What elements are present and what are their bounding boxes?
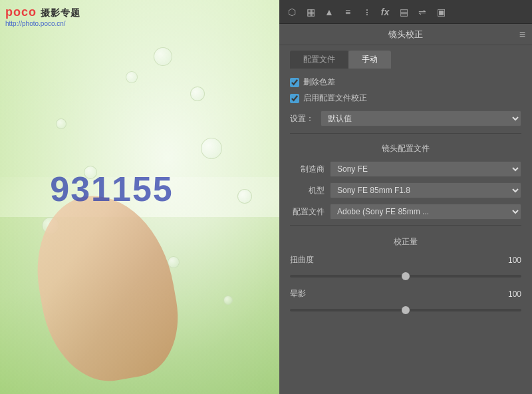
settings-label: 设置： <box>290 113 314 124</box>
photo-panel: poco 摄影专题 http://photo.poco.cn/ 931155 <box>0 0 279 394</box>
lens-profile-title: 镜头配置文件 <box>290 143 521 154</box>
right-panel: ⬡ ▦ ▲ ≡ ⫶ fx ▤ ⇌ ▣ 镜头校正 ≡ 配置文件 手动 删除色差 启… <box>279 0 532 394</box>
toolbar-icon-lens[interactable]: ⬡ <box>285 5 299 19</box>
tab-manual[interactable]: 手动 <box>348 51 391 69</box>
panel-header: 镜头校正 ≡ <box>279 24 532 45</box>
toolbar-icon-bars[interactable]: ⫶ <box>359 5 374 19</box>
panel-menu-icon[interactable]: ≡ <box>519 29 525 41</box>
slider-top-distortion: 扭曲度 100 <box>290 254 521 266</box>
checkbox-row-ca: 删除色差 <box>290 77 521 88</box>
manufacturer-label: 制造商 <box>290 164 325 175</box>
toolbar-icon-table[interactable]: ▤ <box>396 5 411 19</box>
slider-vignette-input[interactable] <box>290 309 521 311</box>
tab-profile[interactable]: 配置文件 <box>290 51 348 69</box>
model-label: 机型 <box>290 185 325 196</box>
field-row-config: 配置文件 Adobe (Sony FE 85mm ... <box>290 204 521 220</box>
checkbox-remove-ca[interactable] <box>290 78 299 87</box>
bubble-0 <box>154 47 172 66</box>
divider-2 <box>290 225 521 226</box>
tabs-row: 配置文件 手动 <box>279 45 532 69</box>
config-label: 配置文件 <box>290 206 325 218</box>
checkbox-enable-profile[interactable] <box>290 94 299 103</box>
slider-top-vignette: 晕影 100 <box>290 288 521 299</box>
toolbar-icon-grid[interactable]: ▦ <box>303 5 318 19</box>
logo-poco: poco <box>5 5 37 19</box>
watermark-number: 931155 <box>50 169 174 209</box>
field-row-model: 机型 Sony FE 85mm F1.8 Sony FE 50mm F1.8 <box>290 182 521 198</box>
bubble-7 <box>223 296 233 305</box>
checkbox-profile-label: 启用配置文件校正 <box>303 93 367 104</box>
slider-vignette-label: 晕影 <box>290 288 306 299</box>
settings-row: 设置： 默认值 自定义 <box>290 110 521 126</box>
panel-title: 镜头校正 <box>388 29 423 41</box>
toolbar-icon-lines[interactable]: ≡ <box>340 5 355 19</box>
logo-area: poco 摄影专题 http://photo.poco.cn/ <box>5 5 80 27</box>
toolbar-icon-square[interactable]: ▣ <box>434 5 448 19</box>
slider-vignette-value: 100 <box>501 290 521 299</box>
config-select[interactable]: Adobe (Sony FE 85mm ... <box>330 204 521 220</box>
bubble-2 <box>126 71 138 83</box>
toolbar-icon-mountain[interactable]: ▲ <box>322 5 336 19</box>
slider-distortion-value: 100 <box>501 256 521 265</box>
settings-select[interactable]: 默认值 自定义 <box>321 110 521 126</box>
divider-1 <box>290 133 521 134</box>
bubble-9 <box>237 189 252 204</box>
model-select[interactable]: Sony FE 85mm F1.8 Sony FE 50mm F1.8 <box>330 182 521 198</box>
slider-distortion-input[interactable] <box>290 275 521 278</box>
checkbox-ca-label: 删除色差 <box>303 77 335 88</box>
bubble-6 <box>168 256 180 268</box>
toolbar-icon-swap[interactable]: ⇌ <box>415 5 430 19</box>
manufacturer-select[interactable]: Sony FE Canon Nikon <box>330 161 521 177</box>
logo-url: http://photo.poco.cn/ <box>5 20 80 27</box>
slider-row-distortion: 扭曲度 100 <box>290 254 521 280</box>
toolbar-icon-fx[interactable]: fx <box>378 5 392 19</box>
panel-content: 删除色差 启用配置文件校正 设置： 默认值 自定义 镜头配置文件 制造商 Son… <box>279 69 532 394</box>
field-row-manufacturer: 制造商 Sony FE Canon Nikon <box>290 161 521 177</box>
slider-distortion-label: 扭曲度 <box>290 254 314 266</box>
bubble-1 <box>190 87 205 101</box>
checkbox-row-profile: 启用配置文件校正 <box>290 93 521 104</box>
correction-title: 校正量 <box>290 236 521 248</box>
bubble-8 <box>56 118 66 129</box>
logo-photo: 摄影专题 <box>41 7 80 18</box>
slider-row-vignette: 晕影 100 <box>290 288 521 314</box>
toolbar: ⬡ ▦ ▲ ≡ ⫶ fx ▤ ⇌ ▣ <box>279 0 532 24</box>
